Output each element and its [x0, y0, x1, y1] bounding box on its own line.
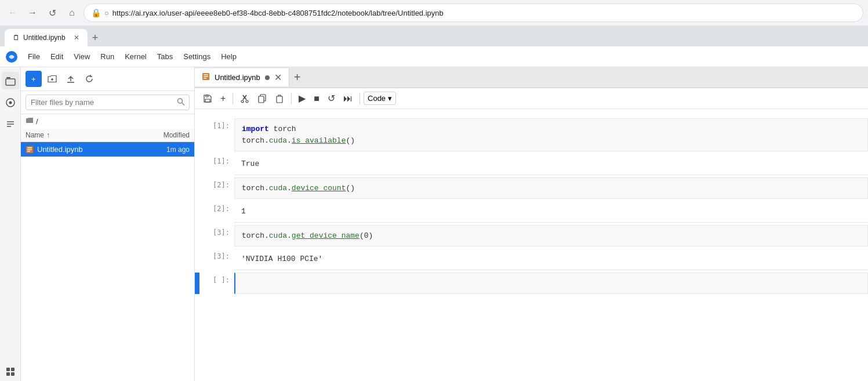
notebook-tab-untitled[interactable]: Untitled.ipynb ✕: [195, 68, 289, 86]
cell-4-content[interactable]: [234, 273, 868, 295]
tab-icon: 🗒: [13, 34, 20, 42]
cell-3-output-label: [3]:: [199, 249, 234, 270]
back-button[interactable]: ←: [5, 5, 21, 21]
cell-3-output-content: 'NVIDIA H100 PCIe': [234, 249, 868, 270]
address-bar[interactable]: 🔒 ○: [83, 3, 863, 22]
cell-3-output: [3]: 'NVIDIA H100 PCIe': [195, 249, 868, 270]
cut-button[interactable]: [237, 92, 253, 106]
notebook-content: [1]: import torch torch.cuda.is_availabl…: [195, 109, 868, 381]
cell-1-input: [1]: import torch torch.cuda.is_availabl…: [195, 118, 868, 151]
sidebar-running-icon[interactable]: [2, 94, 19, 111]
shield-icon: 🔒: [91, 8, 101, 17]
svg-point-31: [246, 100, 248, 103]
svg-rect-10: [6, 372, 10, 376]
svg-rect-1: [6, 77, 10, 78]
cell-1-output-label: [1]:: [199, 154, 234, 175]
reload-button[interactable]: ↺: [44, 5, 60, 21]
cell-2-content[interactable]: torch.cuda.device_count(): [234, 177, 868, 199]
refresh-button[interactable]: [81, 71, 97, 87]
svg-point-30: [241, 100, 244, 103]
address-icon: ○: [104, 9, 109, 17]
cell-type-label: Code: [368, 94, 386, 103]
notebook-dirty-indicator: [265, 75, 270, 80]
svg-rect-34: [277, 96, 282, 103]
new-tab-button[interactable]: +: [88, 30, 103, 46]
cell-1-label: [1]:: [199, 118, 234, 151]
cell-2-output-content: 1: [234, 201, 868, 223]
menu-bar: File Edit View Run Kernel Tabs Settings …: [0, 46, 868, 67]
url-input[interactable]: [112, 9, 856, 17]
cell-type-chevron: ▾: [388, 94, 392, 103]
menu-settings[interactable]: Settings: [179, 50, 215, 63]
menu-kernel[interactable]: Kernel: [120, 50, 151, 63]
app-container: File Edit View Run Kernel Tabs Settings …: [0, 46, 868, 381]
file-breadcrumb: /: [21, 114, 194, 129]
svg-point-16: [178, 99, 183, 103]
run-button[interactable]: ▶: [295, 90, 309, 106]
cell-1-output-indicator: [195, 154, 199, 175]
browser-tab-active[interactable]: 🗒 Untitled.ipynb ✕: [5, 29, 88, 46]
sidebar-icons: [0, 67, 21, 381]
svg-point-4: [9, 101, 12, 104]
cell-3-output-indicator: [195, 249, 199, 270]
sidebar-toc-icon[interactable]: [2, 116, 19, 133]
svg-rect-9: [11, 368, 14, 371]
paste-button[interactable]: [271, 92, 288, 106]
restart-run-all-button[interactable]: ⏭: [340, 91, 356, 106]
notebook-tabs: Untitled.ipynb ✕ +: [195, 67, 868, 88]
new-folder-button[interactable]: [44, 71, 60, 87]
tab-close-icon[interactable]: ✕: [74, 34, 79, 42]
cell-1-content[interactable]: import torch torch.cuda.is_available(): [234, 118, 868, 151]
app-logo: [5, 50, 19, 64]
svg-rect-21: [27, 151, 30, 152]
menu-file[interactable]: File: [23, 50, 45, 63]
menu-edit[interactable]: Edit: [46, 50, 68, 63]
toolbar-sep-2: [291, 93, 292, 104]
cell-3-content[interactable]: torch.cuda.get_device_name(0): [234, 225, 868, 247]
svg-rect-19: [27, 147, 32, 148]
menu-view[interactable]: View: [69, 50, 95, 63]
svg-rect-23: [204, 74, 208, 75]
browser-chrome: ← → ↺ ⌂ 🔒 ○ 🗒 Untitled.ipynb ✕ +: [0, 0, 868, 46]
file-modified: 1m ago: [137, 146, 190, 154]
home-button[interactable]: ⌂: [64, 5, 80, 21]
add-cell-button[interactable]: +: [217, 91, 229, 106]
filter-input-wrap: [21, 91, 194, 114]
new-button[interactable]: + + New: [26, 71, 42, 87]
cell-type-selector[interactable]: Code ▾: [364, 92, 396, 105]
cell-4-label: [ ]:: [199, 273, 234, 295]
svg-rect-33: [259, 96, 264, 103]
cell-2-indicator: [195, 177, 199, 199]
cell-4-input: [ ]:: [195, 273, 868, 295]
notebook-tab-icon: [202, 72, 210, 82]
cell-4-indicator: [195, 273, 199, 295]
cell-1-indicator: [195, 118, 199, 151]
file-list: Untitled.ipynb 1m ago: [21, 142, 194, 381]
menu-run[interactable]: Run: [96, 50, 119, 63]
filter-input[interactable]: [26, 95, 190, 110]
copy-button[interactable]: [254, 92, 270, 106]
forward-button[interactable]: →: [24, 5, 41, 21]
file-name: Untitled.ipynb: [37, 145, 134, 154]
sidebar-extensions-icon[interactable]: [2, 363, 19, 380]
svg-rect-27: [206, 95, 208, 97]
cell-3-label: [3]:: [199, 225, 234, 247]
file-item-untitled[interactable]: Untitled.ipynb 1m ago: [21, 142, 194, 157]
col-modified-header: Modified: [137, 131, 190, 139]
new-icon: +: [31, 75, 36, 84]
search-icon: [177, 97, 185, 107]
stop-button[interactable]: ■: [310, 91, 323, 106]
save-button[interactable]: [199, 92, 216, 106]
tab-title: Untitled.ipynb: [23, 34, 66, 42]
folder-icon: [26, 117, 34, 126]
menu-tabs[interactable]: Tabs: [152, 50, 177, 63]
svg-rect-26: [205, 99, 210, 102]
notebook-tab-close-icon[interactable]: ✕: [274, 72, 282, 83]
restart-button[interactable]: ↺: [324, 90, 339, 106]
menu-help[interactable]: Help: [216, 50, 241, 63]
cell-1-output-content: True: [234, 154, 868, 175]
upload-button[interactable]: [63, 71, 79, 87]
col-name-header[interactable]: Name ↑: [26, 131, 137, 139]
new-notebook-tab-button[interactable]: +: [289, 68, 306, 86]
sidebar-files-icon[interactable]: [2, 72, 19, 89]
